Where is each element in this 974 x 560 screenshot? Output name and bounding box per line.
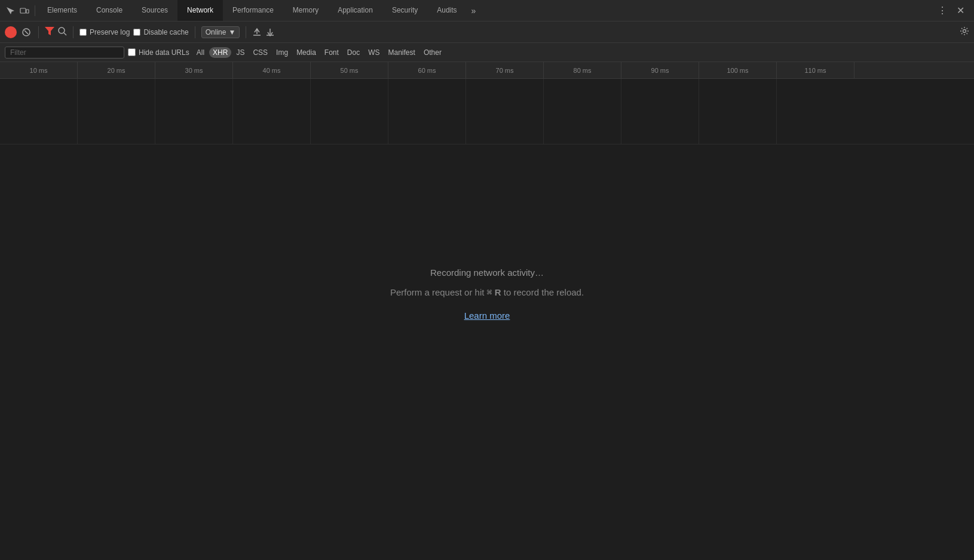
timeline-tick-3: 30 ms (155, 62, 233, 78)
instruction-text: Perform a request or hit ⌘ R to record t… (390, 287, 584, 299)
close-devtools-button[interactable]: ✕ (954, 4, 967, 17)
main-content-area: Recording network activity… Perform a re… (0, 144, 974, 443)
tab-application[interactable]: Application (328, 0, 382, 21)
export-har-button[interactable] (265, 27, 275, 37)
tab-overflow[interactable]: » (467, 6, 481, 16)
settings-button[interactable] (960, 26, 969, 38)
learn-more-link[interactable]: Learn more (464, 310, 510, 321)
tab-network[interactable]: Network (177, 0, 223, 21)
filter-input[interactable] (5, 47, 124, 59)
disable-cache-label[interactable]: Disable cache (133, 28, 188, 36)
toolbar-divider-1 (38, 26, 39, 38)
devtools-icons (2, 5, 35, 16)
network-toolbar: Preserve log Disable cache Online ▼ (0, 21, 974, 43)
tab-elements[interactable]: Elements (38, 0, 87, 21)
timeline-tick-5: 50 ms (311, 62, 388, 78)
filter-manifest-button[interactable]: Manifest (385, 47, 419, 58)
tab-audits[interactable]: Audits (427, 0, 466, 21)
filter-doc-button[interactable]: Doc (344, 47, 363, 58)
tabs-container: Elements Console Sources Network Perform… (38, 0, 930, 21)
toolbar-divider-4 (246, 26, 246, 38)
toolbar-divider-3 (195, 26, 195, 38)
filter-js-button[interactable]: JS (232, 47, 248, 58)
timeline-tick-1: 10 ms (0, 62, 78, 78)
filter-button[interactable] (45, 27, 54, 37)
r-key: R (495, 287, 501, 297)
timeline-rows-area (0, 79, 974, 144)
svg-point-4 (59, 27, 65, 33)
filter-other-button[interactable]: Other (420, 47, 445, 58)
tab-bar: Elements Console Sources Network Perform… (0, 0, 974, 21)
preserve-log-checkbox[interactable] (79, 29, 87, 36)
svg-point-6 (963, 30, 966, 33)
filter-ws-button[interactable]: WS (365, 47, 383, 58)
tab-memory[interactable]: Memory (283, 0, 328, 21)
import-har-button[interactable] (252, 27, 262, 37)
svg-line-3 (24, 30, 28, 34)
tab-sources[interactable]: Sources (132, 0, 177, 21)
timeline-tick-10: 100 ms (699, 62, 777, 78)
filter-css-button[interactable]: CSS (249, 47, 271, 58)
network-throttle-select[interactable]: Online ▼ (201, 26, 240, 38)
toolbar-divider-2 (73, 26, 73, 38)
timeline-header: 10 ms 20 ms 30 ms 40 ms 50 ms 60 ms 70 m… (0, 62, 974, 79)
timeline-tick-2: 20 ms (78, 62, 155, 78)
tab-console[interactable]: Console (87, 0, 132, 21)
tab-performance[interactable]: Performance (223, 0, 283, 21)
more-options-button[interactable]: ⋮ (935, 4, 950, 17)
cursor-icon[interactable] (5, 5, 16, 16)
hide-data-urls-label[interactable]: Hide data URLs (128, 48, 189, 57)
timeline-tick-6: 60 ms (388, 62, 466, 78)
clear-button[interactable] (20, 26, 32, 38)
svg-rect-0 (20, 8, 26, 13)
hide-data-urls-checkbox[interactable] (128, 48, 136, 56)
tab-security[interactable]: Security (382, 0, 427, 21)
timeline-tick-8: 80 ms (544, 62, 621, 78)
preserve-log-label[interactable]: Preserve log (79, 28, 130, 36)
filter-font-button[interactable]: Font (321, 47, 342, 58)
filter-bar: Hide data URLs All XHR JS CSS Img Media … (0, 43, 974, 62)
filter-media-button[interactable]: Media (293, 47, 320, 58)
recording-text: Recording network activity… (430, 267, 544, 278)
timeline-tick-7: 70 ms (466, 62, 544, 78)
filter-xhr-button[interactable]: XHR (209, 47, 231, 58)
search-button[interactable] (58, 27, 67, 38)
svg-line-5 (64, 33, 66, 35)
record-button[interactable] (5, 26, 17, 38)
filter-types: All XHR JS CSS Img Media Font Doc WS Man… (193, 47, 445, 58)
devices-icon[interactable] (19, 5, 30, 16)
timeline-tick-11: 110 ms (777, 62, 854, 78)
filter-all-button[interactable]: All (193, 47, 208, 58)
timeline-tick-4: 40 ms (233, 62, 311, 78)
timeline-tick-9: 90 ms (621, 62, 699, 78)
disable-cache-checkbox[interactable] (133, 29, 140, 36)
svg-rect-1 (26, 10, 29, 13)
tab-bar-actions: ⋮ ✕ (930, 4, 972, 17)
cmd-symbol: ⌘ (487, 288, 492, 299)
filter-img-button[interactable]: Img (272, 47, 292, 58)
